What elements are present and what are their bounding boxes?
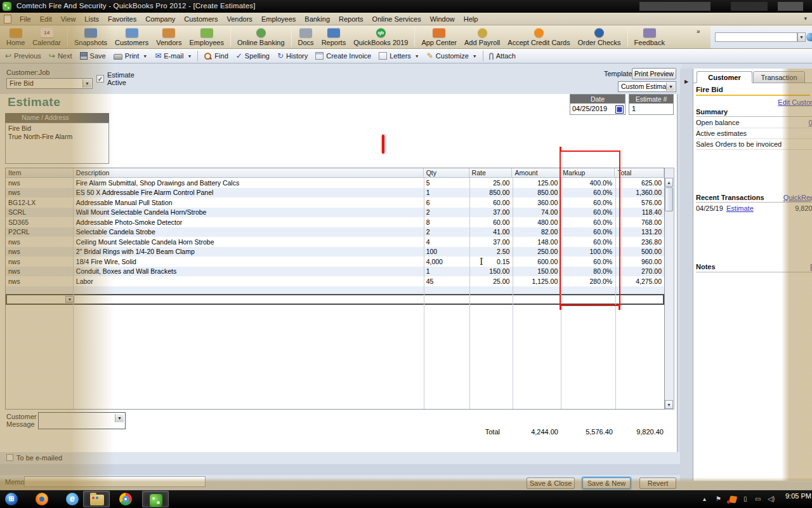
form-toolbar-attach-button[interactable]: Attach (485, 50, 520, 62)
menu-file[interactable]: File (15, 14, 36, 24)
revert-button[interactable]: Revert (639, 478, 676, 489)
table-row[interactable]: P2CRLSelectable Candela Strobe241.0082.0… (6, 227, 664, 237)
table-row[interactable]: nwsES 50 X Addressable Fire Alarm Contro… (6, 188, 664, 198)
form-toolbar-previous-button[interactable]: ↩Previous (1, 50, 45, 62)
menu-customers[interactable]: Customers (180, 14, 222, 24)
recent-estimate-link[interactable]: Estimate (726, 204, 754, 212)
chevron-down-icon[interactable]: ▼ (797, 32, 806, 42)
form-toolbar-save-button[interactable]: Save (76, 50, 110, 62)
toolbar-vendors-button[interactable]: Vendors (152, 27, 185, 48)
form-toolbar-create-invoice-button[interactable]: Create Invoice (311, 50, 375, 62)
table-row[interactable]: SCRLWall Mount Selectable Candela Horn/S… (6, 208, 664, 218)
column-header-qty[interactable]: Qty (424, 168, 469, 177)
scroll-down-icon[interactable]: ▼ (665, 400, 673, 409)
toolbar-accept-credit-cards-button[interactable]: Accept Credit Cards (504, 27, 573, 48)
form-toolbar-e-mail-button[interactable]: ✉E-mail▼ (151, 50, 195, 62)
menu-banking[interactable]: Banking (300, 14, 334, 24)
table-row[interactable]: nwsLabor4525.001,125.00280.0%4,275.00 (6, 276, 664, 286)
quickreport-link[interactable]: QuickReport (783, 194, 812, 201)
table-row[interactable]: nws2" Bridal Rings with 1/4-20 Beam Clam… (6, 247, 664, 257)
chevron-down-icon[interactable]: ▼ (415, 54, 419, 58)
toolbar-calendar-button[interactable]: 14Calendar (29, 27, 65, 48)
customer-message-combobox[interactable]: ▼ (38, 412, 126, 429)
menu-reports[interactable]: Reports (334, 14, 368, 24)
tray-expand-icon[interactable]: ▴ (703, 495, 706, 502)
column-header-description[interactable]: Description (74, 168, 424, 177)
active-edit-row[interactable]: ▼ (6, 294, 664, 305)
column-header-markup[interactable]: Markup (560, 168, 615, 177)
customer-job-combobox[interactable]: Fire Bid ▼ (6, 78, 93, 89)
menu-overflow-arrow[interactable]: ▾ (804, 15, 807, 22)
name-address-field[interactable]: Fire Bid True North-Fire Alarm (5, 123, 109, 164)
toolbar-search-combobox[interactable] (715, 32, 797, 42)
toolbar-add-payroll-button[interactable]: Add Payroll (461, 27, 504, 48)
toolbar-docs-button[interactable]: Docs (294, 27, 318, 48)
menu-vendors[interactable]: Vendors (223, 14, 257, 24)
scrollbar-thumb[interactable] (665, 187, 673, 211)
menu-edit[interactable]: Edit (36, 14, 56, 24)
edit-customer-link[interactable]: Edit Customer (778, 98, 812, 106)
table-row[interactable]: nwsFire Alarm Submittal, Shop Drawings a… (6, 178, 664, 188)
form-toolbar-history-button[interactable]: ↻History (273, 50, 311, 62)
form-toolbar-spelling-button[interactable]: ✓Spelling (232, 50, 273, 62)
toolbar-collapse-button[interactable] (806, 33, 812, 41)
estimate-active-checkbox[interactable]: ✓ (96, 75, 104, 83)
form-toolbar-print-button[interactable]: Print▼ (110, 50, 152, 62)
chevron-down-icon[interactable]: ▼ (473, 54, 477, 58)
save-and-new-button[interactable]: Save & New (582, 478, 631, 489)
table-row[interactable]: nwsConduit, Boxes and Wall Brackets1150.… (6, 267, 664, 277)
menu-help[interactable]: Help (459, 14, 483, 24)
toolbar-reports-button[interactable]: Reports (318, 27, 350, 48)
calendar-icon[interactable] (615, 105, 624, 114)
speaker-icon[interactable]: ◁) (768, 495, 775, 502)
grid-vertical-scrollbar[interactable]: ▲ ▼ (665, 168, 674, 410)
form-toolbar-next-button[interactable]: ↪Next (45, 50, 76, 62)
scroll-up-icon[interactable]: ▲ (665, 178, 673, 187)
template-combobox[interactable]: Custom Estimate ▼ (618, 81, 676, 92)
column-header-item[interactable]: Item (6, 168, 74, 177)
side-panel-collapse-strip[interactable] (680, 69, 693, 481)
print-preview-button[interactable]: Print Preview (632, 68, 676, 79)
open-balance-value[interactable]: 0.00 (809, 119, 812, 126)
toolbar-snapshots-button[interactable]: Snapshots (70, 27, 111, 48)
menu-view[interactable]: View (56, 14, 81, 24)
table-row[interactable]: BG12-LXAddressable Manual Pull Station66… (6, 197, 664, 208)
chrome-icon[interactable] (119, 493, 132, 505)
toolbar-online-banking-button[interactable]: Online Banking (233, 27, 289, 48)
memo-input[interactable] (24, 476, 206, 487)
toolbar-customers-button[interactable]: Customers (111, 27, 152, 48)
internet-explorer-icon[interactable]: e (66, 493, 79, 505)
toolbar-home-button[interactable]: Home (3, 27, 29, 48)
chevron-down-icon[interactable]: ▼ (115, 414, 124, 422)
toolbar-quickbooks-2019-button[interactable]: qbQuickBooks 2019 (350, 27, 412, 48)
chevron-down-icon[interactable]: ▼ (666, 83, 675, 91)
tab-transaction[interactable]: Transaction (753, 71, 805, 83)
collapse-arrow-icon[interactable]: ▶ (684, 79, 688, 84)
menu-window[interactable]: Window (426, 14, 459, 24)
menu-company[interactable]: Company (141, 14, 180, 24)
column-header-amount[interactable]: Amount (512, 168, 560, 177)
table-row[interactable]: nwsCeiling Mount Selectable Candela Horn… (6, 237, 664, 247)
network-icon[interactable]: ▭ (755, 495, 761, 502)
menu-employees[interactable]: Employees (257, 14, 300, 24)
toolbar-feedback-button[interactable]: Feedback (631, 27, 669, 48)
firefox-icon[interactable] (36, 493, 48, 505)
save-and-close-button[interactable]: Save & Close (527, 478, 575, 489)
chevron-down-icon[interactable]: ▼ (82, 79, 91, 88)
menu-lists[interactable]: Lists (80, 14, 103, 24)
table-row[interactable]: nws18/4 Fire Wire, Solid4,0000.15600.006… (6, 257, 664, 267)
document-menu-icon[interactable] (4, 15, 11, 23)
quickbooks-taskbar-button[interactable] (142, 491, 169, 507)
form-toolbar-letters-button[interactable]: Letters▼ (375, 50, 423, 62)
toolbar-order-checks-button[interactable]: Order Checks (574, 27, 625, 48)
to-be-emailed-checkbox[interactable] (6, 454, 13, 461)
estimate-number-input[interactable]: 1 (629, 104, 673, 114)
start-button-icon[interactable]: ⊞ (5, 493, 18, 505)
chevron-down-icon[interactable]: ▼ (143, 54, 147, 58)
column-header-rate[interactable]: Rate (469, 168, 513, 177)
battery-icon[interactable]: ▯ (743, 495, 747, 502)
chevron-down-icon[interactable]: ▼ (187, 54, 192, 58)
form-toolbar-find-button[interactable]: Find (200, 50, 232, 62)
table-row[interactable]: SD365Addressable Photo-Smoke Detector860… (6, 217, 664, 227)
toolbar-overflow-chevron[interactable]: » (697, 28, 700, 35)
